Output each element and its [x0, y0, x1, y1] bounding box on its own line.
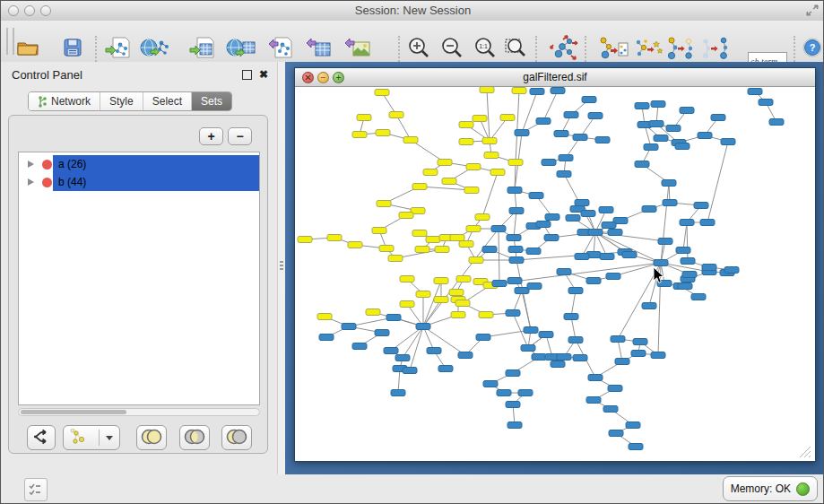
export-table-button[interactable] — [304, 34, 334, 61]
graph-node-blue[interactable] — [557, 269, 571, 275]
graph-node-yellow[interactable] — [372, 228, 386, 234]
graph-node-blue[interactable] — [586, 278, 601, 284]
graph-node-blue[interactable] — [319, 335, 334, 341]
graph-node-yellow[interactable] — [464, 187, 479, 194]
graph-node-yellow[interactable] — [412, 230, 427, 237]
horizontal-scrollbar[interactable] — [18, 408, 260, 416]
graph-node-blue[interactable] — [608, 230, 622, 236]
graph-edge[interactable] — [482, 172, 498, 217]
graph-node-blue[interactable] — [403, 368, 417, 374]
graph-node-yellow[interactable] — [376, 130, 390, 136]
graph-node-yellow[interactable] — [459, 139, 473, 145]
graph-node-blue[interactable] — [581, 211, 595, 217]
float-panel-icon[interactable] — [242, 70, 252, 80]
graph-node-blue[interactable] — [427, 348, 441, 354]
graph-node-yellow[interactable] — [480, 87, 494, 93]
graph-node-blue[interactable] — [635, 161, 649, 168]
graph-node-yellow[interactable] — [484, 152, 499, 159]
graph-node-yellow[interactable] — [388, 256, 403, 262]
export-network-button[interactable] — [265, 34, 296, 61]
graph-node-blue[interactable] — [649, 121, 664, 127]
network-graph[interactable] — [295, 87, 813, 460]
graph-edge[interactable] — [683, 222, 687, 250]
graph-node-yellow[interactable] — [475, 214, 490, 221]
export-image-button[interactable] — [343, 34, 373, 61]
graph-node-blue[interactable] — [651, 101, 665, 108]
graph-node-blue[interactable] — [602, 222, 616, 229]
graph-node-blue[interactable] — [658, 239, 672, 245]
graph-node-blue[interactable] — [497, 390, 511, 396]
import-table-web-button[interactable] — [226, 34, 256, 61]
graph-node-blue[interactable] — [386, 315, 401, 321]
graph-node-yellow[interactable] — [357, 115, 371, 121]
graph-node-blue[interactable] — [680, 220, 694, 226]
graph-edge[interactable] — [499, 263, 661, 283]
panel-splitter[interactable] — [277, 62, 285, 474]
graph-node-yellow[interactable] — [450, 235, 464, 241]
graph-node-blue[interactable] — [654, 135, 668, 142]
task-history-button[interactable] — [24, 478, 48, 501]
graph-node-yellow[interactable] — [438, 160, 452, 166]
sets-list[interactable]: a (26) b (44) — [18, 152, 260, 405]
graph-node-blue[interactable] — [678, 283, 692, 290]
graph-node-yellow[interactable] — [479, 312, 493, 318]
zoom-out-button[interactable] — [437, 34, 467, 61]
graph-node-blue[interactable] — [536, 222, 551, 228]
graph-node-blue[interactable] — [599, 207, 613, 213]
graph-edge[interactable] — [391, 326, 423, 351]
graph-node-blue[interactable] — [492, 281, 507, 287]
graph-edge[interactable] — [707, 142, 728, 222]
graph-node-blue[interactable] — [573, 135, 587, 141]
graph-node-yellow[interactable] — [327, 235, 342, 241]
graph-node-blue[interactable] — [666, 126, 681, 132]
set-row-b[interactable]: b (44) — [19, 173, 259, 191]
create-set-from-network-button[interactable] — [63, 425, 120, 450]
graph-node-blue[interactable] — [651, 352, 665, 359]
graph-node-blue[interactable] — [611, 336, 625, 343]
graph-node-blue[interactable] — [600, 254, 614, 260]
graph-node-yellow[interactable] — [412, 184, 427, 190]
expand-arrow-icon[interactable] — [28, 161, 34, 168]
splitter-grip[interactable] — [280, 261, 283, 270]
graph-node-blue[interactable] — [542, 160, 556, 166]
graph-node-blue[interactable] — [391, 390, 405, 396]
graph-node-blue[interactable] — [676, 248, 690, 254]
graph-node-yellow[interactable] — [399, 213, 413, 219]
save-session-button[interactable] — [57, 34, 88, 61]
graph-node-blue[interactable] — [506, 402, 520, 408]
graph-node-yellow[interactable] — [403, 137, 418, 143]
graph-node-blue[interactable] — [342, 324, 356, 330]
tab-style[interactable]: Style — [100, 92, 143, 110]
graph-node-blue[interactable] — [515, 288, 529, 294]
select-neighbors-button[interactable] — [633, 34, 664, 61]
tab-sets[interactable]: Sets — [192, 92, 231, 110]
graph-node-blue[interactable] — [642, 303, 656, 309]
graph-node-blue[interactable] — [509, 208, 524, 214]
fullscreen-icon[interactable] — [805, 4, 820, 17]
graph-node-blue[interactable] — [518, 390, 533, 396]
graph-node-blue[interactable] — [532, 354, 546, 361]
open-session-button[interactable] — [13, 34, 43, 61]
graph-node-blue[interactable] — [588, 230, 603, 236]
remove-set-button[interactable]: − — [228, 127, 252, 145]
graph-node-blue[interactable] — [507, 278, 522, 284]
graph-node-blue[interactable] — [352, 343, 367, 350]
graph-node-blue[interactable] — [698, 133, 712, 139]
graph-node-blue[interactable] — [635, 103, 649, 109]
graph-node-yellow[interactable] — [500, 115, 515, 121]
graph-node-blue[interactable] — [566, 215, 580, 222]
graph-node-yellow[interactable] — [473, 116, 487, 122]
zoom-in-button[interactable] — [403, 34, 434, 61]
graph-node-yellow[interactable] — [512, 88, 526, 94]
graph-node-blue[interactable] — [524, 327, 538, 334]
graph-node-blue[interactable] — [545, 214, 559, 221]
resize-grip-icon[interactable] — [796, 443, 812, 459]
graph-edge[interactable] — [396, 115, 411, 140]
graph-node-blue[interactable] — [680, 108, 694, 114]
graph-node-blue[interactable] — [559, 155, 573, 161]
memory-status-button[interactable]: Memory: OK — [723, 476, 818, 501]
graph-node-yellow[interactable] — [352, 132, 367, 138]
graph-node-blue[interactable] — [491, 226, 506, 232]
graph-node-blue[interactable] — [721, 139, 735, 145]
graph-node-yellow[interactable] — [469, 257, 483, 264]
